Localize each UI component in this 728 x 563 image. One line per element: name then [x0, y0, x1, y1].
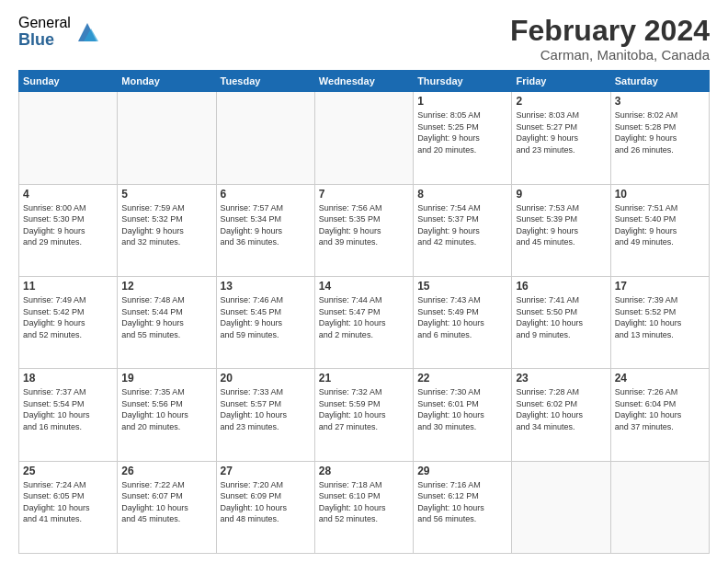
table-row: 28Sunrise: 7:18 AM Sunset: 6:10 PM Dayli…	[314, 461, 413, 553]
day-number: 1	[417, 95, 507, 108]
table-row: 5Sunrise: 7:59 AM Sunset: 5:32 PM Daylig…	[118, 184, 216, 276]
col-tuesday: Tuesday	[216, 71, 314, 92]
table-row: 22Sunrise: 7:30 AM Sunset: 6:01 PM Dayli…	[414, 369, 512, 461]
day-info: Sunrise: 7:24 AM Sunset: 6:05 PM Dayligh…	[23, 479, 113, 525]
day-info: Sunrise: 7:54 AM Sunset: 5:37 PM Dayligh…	[417, 202, 507, 248]
day-number: 23	[516, 372, 606, 385]
day-number: 19	[121, 372, 211, 385]
table-row	[216, 92, 314, 184]
day-info: Sunrise: 7:20 AM Sunset: 6:09 PM Dayligh…	[221, 479, 311, 525]
col-saturday: Saturday	[610, 71, 709, 92]
day-info: Sunrise: 7:57 AM Sunset: 5:34 PM Dayligh…	[221, 202, 311, 248]
day-info: Sunrise: 7:18 AM Sunset: 6:10 PM Dayligh…	[319, 479, 409, 525]
table-row: 20Sunrise: 7:33 AM Sunset: 5:57 PM Dayli…	[216, 369, 314, 461]
day-number: 24	[615, 372, 705, 385]
day-number: 20	[221, 372, 311, 385]
col-thursday: Thursday	[414, 71, 512, 92]
table-row: 14Sunrise: 7:44 AM Sunset: 5:47 PM Dayli…	[314, 276, 413, 368]
day-number: 6	[221, 188, 311, 201]
day-number: 8	[417, 188, 507, 201]
table-row: 12Sunrise: 7:48 AM Sunset: 5:44 PM Dayli…	[118, 276, 216, 368]
day-info: Sunrise: 7:44 AM Sunset: 5:47 PM Dayligh…	[319, 294, 409, 340]
day-info: Sunrise: 7:32 AM Sunset: 5:59 PM Dayligh…	[319, 386, 409, 432]
col-sunday: Sunday	[19, 71, 118, 92]
day-info: Sunrise: 7:48 AM Sunset: 5:44 PM Dayligh…	[121, 294, 211, 340]
table-row: 11Sunrise: 7:49 AM Sunset: 5:42 PM Dayli…	[19, 276, 118, 368]
day-number: 13	[221, 280, 311, 293]
day-info: Sunrise: 7:53 AM Sunset: 5:39 PM Dayligh…	[516, 202, 606, 248]
day-number: 18	[23, 372, 113, 385]
day-number: 14	[319, 280, 409, 293]
table-row: 29Sunrise: 7:16 AM Sunset: 6:12 PM Dayli…	[414, 461, 512, 553]
day-number: 10	[615, 188, 705, 201]
calendar-table: Sunday Monday Tuesday Wednesday Thursday…	[18, 70, 710, 554]
day-info: Sunrise: 7:51 AM Sunset: 5:40 PM Dayligh…	[615, 202, 705, 248]
table-row: 3Sunrise: 8:02 AM Sunset: 5:28 PM Daylig…	[610, 92, 709, 184]
table-row: 8Sunrise: 7:54 AM Sunset: 5:37 PM Daylig…	[414, 184, 512, 276]
calendar-week-4: 18Sunrise: 7:37 AM Sunset: 5:54 PM Dayli…	[19, 369, 710, 461]
table-row: 4Sunrise: 8:00 AM Sunset: 5:30 PM Daylig…	[19, 184, 118, 276]
day-number: 28	[319, 465, 409, 477]
day-number: 12	[121, 280, 211, 293]
col-friday: Friday	[512, 71, 610, 92]
col-monday: Monday	[118, 71, 216, 92]
calendar-week-3: 11Sunrise: 7:49 AM Sunset: 5:42 PM Dayli…	[19, 276, 710, 368]
day-number: 3	[615, 95, 705, 108]
day-info: Sunrise: 7:35 AM Sunset: 5:56 PM Dayligh…	[121, 386, 211, 432]
logo-general: General	[18, 15, 71, 31]
col-wednesday: Wednesday	[314, 71, 413, 92]
day-info: Sunrise: 7:56 AM Sunset: 5:35 PM Dayligh…	[319, 202, 409, 248]
title-block: February 2024 Carman, Manitoba, Canada	[510, 15, 710, 63]
table-row: 15Sunrise: 7:43 AM Sunset: 5:49 PM Dayli…	[414, 276, 512, 368]
day-info: Sunrise: 7:43 AM Sunset: 5:49 PM Dayligh…	[417, 294, 507, 340]
day-info: Sunrise: 7:49 AM Sunset: 5:42 PM Dayligh…	[23, 294, 113, 340]
day-number: 9	[516, 188, 606, 201]
table-row	[314, 92, 413, 184]
table-row: 25Sunrise: 7:24 AM Sunset: 6:05 PM Dayli…	[19, 461, 118, 553]
day-info: Sunrise: 8:05 AM Sunset: 5:25 PM Dayligh…	[417, 109, 507, 155]
header: General Blue February 2024 Carman, Manit…	[18, 15, 710, 63]
day-info: Sunrise: 7:41 AM Sunset: 5:50 PM Dayligh…	[516, 294, 606, 340]
table-row	[610, 461, 709, 553]
day-info: Sunrise: 7:39 AM Sunset: 5:52 PM Dayligh…	[615, 294, 705, 340]
day-number: 26	[121, 465, 211, 477]
table-row: 19Sunrise: 7:35 AM Sunset: 5:56 PM Dayli…	[118, 369, 216, 461]
table-row	[19, 92, 118, 184]
table-row: 2Sunrise: 8:03 AM Sunset: 5:27 PM Daylig…	[512, 92, 610, 184]
day-info: Sunrise: 7:59 AM Sunset: 5:32 PM Dayligh…	[121, 202, 211, 248]
logo-icon	[74, 19, 100, 45]
day-number: 11	[23, 280, 113, 293]
table-row: 27Sunrise: 7:20 AM Sunset: 6:09 PM Dayli…	[216, 461, 314, 553]
day-number: 2	[516, 95, 606, 108]
day-info: Sunrise: 8:02 AM Sunset: 5:28 PM Dayligh…	[615, 109, 705, 155]
location-title: Carman, Manitoba, Canada	[510, 47, 710, 63]
table-row: 7Sunrise: 7:56 AM Sunset: 5:35 PM Daylig…	[314, 184, 413, 276]
calendar-week-1: 1Sunrise: 8:05 AM Sunset: 5:25 PM Daylig…	[19, 92, 710, 184]
table-row: 10Sunrise: 7:51 AM Sunset: 5:40 PM Dayli…	[610, 184, 709, 276]
day-number: 29	[417, 465, 507, 477]
day-info: Sunrise: 8:03 AM Sunset: 5:27 PM Dayligh…	[516, 109, 606, 155]
calendar-week-5: 25Sunrise: 7:24 AM Sunset: 6:05 PM Dayli…	[19, 461, 710, 553]
day-info: Sunrise: 7:37 AM Sunset: 5:54 PM Dayligh…	[23, 386, 113, 432]
day-info: Sunrise: 7:26 AM Sunset: 6:04 PM Dayligh…	[615, 386, 705, 432]
table-row: 6Sunrise: 7:57 AM Sunset: 5:34 PM Daylig…	[216, 184, 314, 276]
calendar-header-row: Sunday Monday Tuesday Wednesday Thursday…	[19, 71, 710, 92]
day-info: Sunrise: 7:30 AM Sunset: 6:01 PM Dayligh…	[417, 386, 507, 432]
day-number: 5	[121, 188, 211, 201]
day-number: 4	[23, 188, 113, 201]
day-info: Sunrise: 7:28 AM Sunset: 6:02 PM Dayligh…	[516, 386, 606, 432]
day-info: Sunrise: 7:16 AM Sunset: 6:12 PM Dayligh…	[417, 479, 507, 525]
table-row: 24Sunrise: 7:26 AM Sunset: 6:04 PM Dayli…	[610, 369, 709, 461]
day-number: 17	[615, 280, 705, 293]
table-row: 26Sunrise: 7:22 AM Sunset: 6:07 PM Dayli…	[118, 461, 216, 553]
day-number: 21	[319, 372, 409, 385]
table-row: 23Sunrise: 7:28 AM Sunset: 6:02 PM Dayli…	[512, 369, 610, 461]
day-number: 22	[417, 372, 507, 385]
day-number: 25	[23, 465, 113, 477]
table-row: 17Sunrise: 7:39 AM Sunset: 5:52 PM Dayli…	[610, 276, 709, 368]
table-row: 1Sunrise: 8:05 AM Sunset: 5:25 PM Daylig…	[414, 92, 512, 184]
page: General Blue February 2024 Carman, Manit…	[0, 0, 728, 563]
logo-blue-text: Blue	[18, 31, 71, 50]
month-title: February 2024	[510, 15, 710, 47]
day-info: Sunrise: 7:33 AM Sunset: 5:57 PM Dayligh…	[221, 386, 311, 432]
